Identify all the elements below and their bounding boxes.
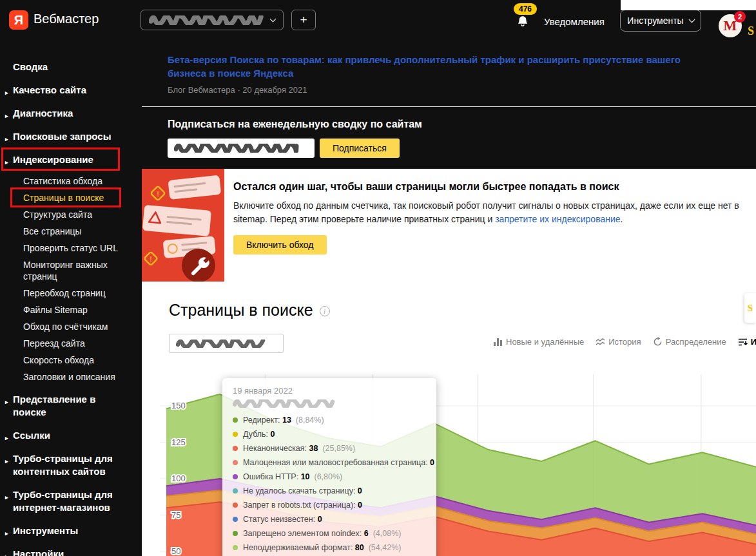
tooltip-row: Неканоническая: 38 (25,85%)	[233, 441, 426, 455]
notifications-link[interactable]: Уведомления	[544, 16, 605, 27]
tooltip-row: Дубль: 0	[233, 427, 426, 441]
promo-banner: !	[142, 169, 756, 282]
excluded-icon	[738, 338, 748, 347]
sidebar-item-search-appearance[interactable]: ▸Представление в поиске	[0, 388, 142, 424]
cutoff-edge-element: S	[748, 24, 754, 38]
svg-text:100: 100	[171, 474, 186, 483]
sidebar-item-site-quality[interactable]: ▸Качество сайта	[0, 79, 142, 102]
svg-text:50: 50	[171, 546, 180, 556]
top-right-white-panel	[621, 0, 756, 10]
user-avatar[interactable]: M 2	[719, 14, 742, 37]
tooltip-row: Запрет в robots.txt (страница): 0	[233, 498, 426, 512]
sidebar-subitem-counter-crawl[interactable]: Обход по счётчикам	[0, 318, 142, 335]
view-tabs: Новые и удалённые История Распределение …	[493, 337, 756, 347]
legend-dot-icon	[233, 432, 238, 437]
subscribe-title: Подписаться на еженедельную сводку по са…	[168, 119, 730, 130]
tooltip-row: Статус неизвестен: 0	[233, 512, 426, 526]
yandex-webmaster-screen: Я Вебмастер + 476 Уведомления Инструмент…	[0, 0, 756, 556]
chevron-down-icon	[688, 17, 695, 23]
sidebar-item-links[interactable]: ▸Ссылки	[0, 424, 142, 447]
sidebar-subitem-check-url-status[interactable]: Проверить статус URL	[0, 240, 142, 256]
sidebar-item-tools[interactable]: ▸Инструменты	[0, 519, 142, 542]
expander-icon: ▸	[5, 432, 8, 445]
pages-in-search-section: Страницы в поискеi Новые и удалённые Ист…	[142, 282, 756, 556]
enable-crawl-button[interactable]: Включить обход	[233, 235, 327, 254]
subscribe-button[interactable]: Подписаться	[320, 139, 400, 158]
legend-dot-icon	[233, 545, 238, 550]
sidebar-subitem-important-pages-monitoring[interactable]: Мониторинг важных страниц	[0, 256, 142, 285]
sidebar-subitem-titles-descriptions[interactable]: Заголовки и описания	[0, 369, 142, 385]
side-floating-widget[interactable]: S	[744, 293, 756, 323]
expander-icon: ▸	[5, 527, 8, 540]
expander-icon: ▸	[5, 396, 8, 408]
expander-icon: ▸	[5, 455, 8, 468]
avatar-badge: 2	[734, 11, 746, 23]
tab-new-removed[interactable]: Новые и удалённые	[493, 337, 584, 347]
svg-text:150: 150	[171, 401, 186, 410]
sidebar-item-turbo-ecommerce[interactable]: ▸Турбо-страницы для интернет-магазинов	[0, 483, 142, 519]
page-title: Страницы в поискеi	[169, 301, 330, 320]
notification-count-badge: 476	[514, 3, 537, 15]
bars-icon	[493, 338, 503, 347]
svg-text:125: 125	[171, 437, 186, 447]
sidebar-subitem-recrawl-pages[interactable]: Переобход страниц	[0, 285, 142, 302]
sidebar-item-settings[interactable]: ▸Настройки	[0, 542, 142, 556]
svg-text:!: !	[157, 190, 159, 198]
sidebar-item-turbo-content[interactable]: ▸Турбо-страницы для контентных сайтов	[0, 447, 142, 483]
legend-dot-icon	[233, 474, 238, 479]
sidebar-subitem-site-structure[interactable]: Структура сайта	[0, 206, 142, 223]
expander-icon: ▸	[5, 156, 8, 169]
expander-icon: ▸	[5, 133, 8, 146]
legend-dot-icon	[233, 517, 238, 522]
blog-banner: Бета-версия Поиска по товарам: как привл…	[142, 40, 756, 107]
censored-filter-value	[176, 340, 266, 348]
info-icon[interactable]: i	[320, 306, 330, 316]
sidebar-subitem-crawl-speed[interactable]: Скорость обхода	[0, 352, 142, 369]
site-selector-dropdown[interactable]	[141, 10, 284, 30]
sidebar-subitem-all-pages[interactable]: Все страницы	[0, 223, 142, 240]
censored-site-name	[149, 15, 264, 25]
sidebar-subitem-pages-in-search[interactable]: Страницы в поиске	[0, 189, 142, 206]
sidebar-item-indexing[interactable]: ▸Индексирование	[0, 148, 142, 171]
legend-dot-icon	[233, 503, 238, 508]
svg-text:!: !	[150, 256, 151, 263]
tab-distribution[interactable]: Распределение	[653, 337, 726, 347]
sidebar-subitem-site-move[interactable]: Переезд сайта	[0, 335, 142, 352]
subscribe-input[interactable]	[168, 139, 315, 158]
blog-post-meta: Блог Вебмастера · 20 декабря 2021	[168, 85, 730, 95]
sidebar-item-diagnostics[interactable]: ▸Диагностика	[0, 102, 142, 125]
legend-dot-icon	[233, 446, 238, 451]
brand-name[interactable]: Вебмастер	[34, 12, 99, 26]
yandex-logo-icon[interactable]: Я	[9, 10, 28, 30]
site-filter-dropdown[interactable]	[169, 334, 284, 353]
sidebar-item-search-queries[interactable]: ▸Поисковые запросы	[0, 125, 142, 148]
sidebar: Сводка ▸Качество сайта ▸Диагностика ▸Пои…	[0, 40, 142, 556]
expander-icon: ▸	[5, 491, 8, 504]
tooltip-row: Не удалось скачать страницу: 0	[233, 484, 426, 498]
expander-icon: ▸	[5, 110, 8, 122]
tab-history[interactable]: История	[596, 337, 641, 347]
main-content: Бета-версия Поиска по товарам: как привл…	[142, 40, 756, 556]
chevron-down-icon	[270, 16, 276, 23]
distribution-icon	[653, 337, 663, 347]
subscribe-section: Подписаться на еженедельную сводку по са…	[142, 108, 756, 169]
forbid-indexing-link[interactable]: запретите их индексирование	[495, 214, 620, 224]
sidebar-subitem-sitemap-files[interactable]: Файлы Sitemap	[0, 302, 142, 318]
legend-dot-icon	[233, 460, 238, 465]
legend-dot-icon	[233, 488, 238, 494]
legend-dot-icon	[233, 417, 238, 423]
tools-dropdown[interactable]: Инструменты	[620, 10, 701, 32]
bell-icon[interactable]	[516, 15, 529, 32]
tab-excluded[interactable]: Исключённые	[738, 337, 756, 347]
sidebar-item-summary[interactable]: Сводка	[0, 55, 142, 79]
sidebar-subitem-crawl-stats[interactable]: Статистика обхода	[0, 173, 142, 189]
chart-tooltip: 19 января 2022 Редирект: 13 (8,84%) Дубл…	[222, 378, 436, 556]
legend-dot-icon	[233, 531, 238, 536]
blog-post-link[interactable]: Бета-версия Поиска по товарам: как привл…	[168, 53, 722, 80]
add-site-button[interactable]: +	[291, 10, 316, 30]
promo-body: Остался один шаг, чтобы ваши страницы мо…	[224, 169, 756, 282]
tooltip-date: 19 января 2022	[233, 386, 426, 396]
promo-title: Остался один шаг, чтобы ваши страницы мо…	[233, 181, 742, 193]
censored-email	[174, 144, 300, 153]
promo-illustration: !	[142, 169, 224, 282]
